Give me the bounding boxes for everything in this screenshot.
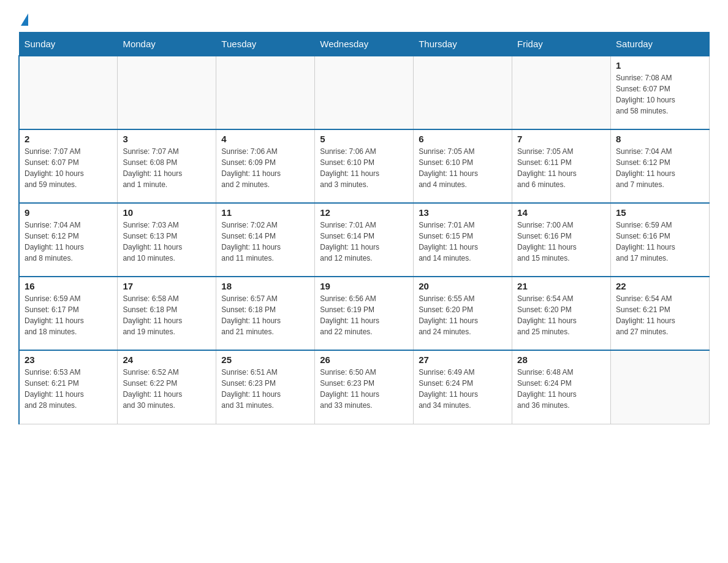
day-number: 2 [25, 134, 112, 144]
day-number: 25 [221, 354, 309, 365]
day-number: 10 [123, 207, 211, 218]
day-info: Sunrise: 7:05 AMSunset: 6:11 PMDaylight:… [517, 146, 605, 190]
calendar-day-cell: 13Sunrise: 7:01 AMSunset: 6:15 PMDayligh… [414, 203, 512, 277]
day-number: 8 [616, 134, 704, 144]
day-info: Sunrise: 7:00 AMSunset: 6:16 PMDaylight:… [517, 220, 605, 264]
day-info: Sunrise: 7:07 AMSunset: 6:07 PMDaylight:… [25, 146, 112, 190]
day-info: Sunrise: 7:06 AMSunset: 6:10 PMDaylight:… [320, 146, 408, 190]
day-info: Sunrise: 6:54 AMSunset: 6:21 PMDaylight:… [616, 293, 704, 337]
calendar-day-cell: 23Sunrise: 6:53 AMSunset: 6:21 PMDayligh… [19, 350, 118, 424]
day-info: Sunrise: 6:59 AMSunset: 6:16 PMDaylight:… [616, 220, 704, 264]
day-number: 3 [123, 134, 211, 144]
calendar-day-cell: 3Sunrise: 7:07 AMSunset: 6:08 PMDaylight… [118, 129, 216, 203]
day-number: 9 [25, 207, 112, 218]
calendar-week-row: 23Sunrise: 6:53 AMSunset: 6:21 PMDayligh… [19, 350, 710, 424]
calendar-header-row: SundayMondayTuesdayWednesdayThursdayFrid… [19, 33, 710, 56]
calendar-day-cell: 25Sunrise: 6:51 AMSunset: 6:23 PMDayligh… [216, 350, 315, 424]
day-number: 24 [123, 354, 211, 365]
calendar-day-cell: 27Sunrise: 6:49 AMSunset: 6:24 PMDayligh… [414, 350, 512, 424]
calendar-day-cell: 14Sunrise: 7:00 AMSunset: 6:16 PMDayligh… [512, 203, 611, 277]
day-number: 18 [221, 281, 309, 291]
day-info: Sunrise: 6:50 AMSunset: 6:23 PMDaylight:… [320, 367, 408, 411]
calendar-day-cell: 1Sunrise: 7:08 AMSunset: 6:07 PMDaylight… [611, 56, 710, 129]
day-number: 20 [419, 281, 507, 291]
day-info: Sunrise: 7:06 AMSunset: 6:09 PMDaylight:… [221, 146, 309, 190]
logo-triangle-icon [21, 13, 28, 26]
calendar-day-cell: 24Sunrise: 6:52 AMSunset: 6:22 PMDayligh… [118, 350, 216, 424]
calendar-day-cell: 17Sunrise: 6:58 AMSunset: 6:18 PMDayligh… [118, 277, 216, 350]
day-number: 11 [221, 207, 309, 218]
day-info: Sunrise: 6:52 AMSunset: 6:22 PMDaylight:… [123, 367, 211, 411]
calendar-day-cell: 21Sunrise: 6:54 AMSunset: 6:20 PMDayligh… [512, 277, 611, 350]
calendar-day-cell: 2Sunrise: 7:07 AMSunset: 6:07 PMDaylight… [19, 129, 118, 203]
day-info: Sunrise: 7:04 AMSunset: 6:12 PMDaylight:… [25, 220, 112, 264]
day-number: 13 [419, 207, 507, 218]
day-info: Sunrise: 6:49 AMSunset: 6:24 PMDaylight:… [419, 367, 507, 411]
day-info: Sunrise: 7:03 AMSunset: 6:13 PMDaylight:… [123, 220, 211, 264]
day-number: 12 [320, 207, 408, 218]
calendar-day-cell [414, 56, 512, 129]
calendar-day-cell: 12Sunrise: 7:01 AMSunset: 6:14 PMDayligh… [315, 203, 414, 277]
day-of-week-header: Monday [118, 33, 216, 56]
day-of-week-header: Thursday [414, 33, 512, 56]
calendar-day-cell: 18Sunrise: 6:57 AMSunset: 6:18 PMDayligh… [216, 277, 315, 350]
day-info: Sunrise: 6:57 AMSunset: 6:18 PMDaylight:… [221, 293, 309, 337]
calendar-day-cell: 8Sunrise: 7:04 AMSunset: 6:12 PMDaylight… [611, 129, 710, 203]
day-of-week-header: Tuesday [216, 33, 315, 56]
day-info: Sunrise: 6:53 AMSunset: 6:21 PMDaylight:… [25, 367, 112, 411]
day-info: Sunrise: 7:07 AMSunset: 6:08 PMDaylight:… [123, 146, 211, 190]
calendar-day-cell: 26Sunrise: 6:50 AMSunset: 6:23 PMDayligh… [315, 350, 414, 424]
calendar-day-cell: 22Sunrise: 6:54 AMSunset: 6:21 PMDayligh… [611, 277, 710, 350]
day-info: Sunrise: 6:58 AMSunset: 6:18 PMDaylight:… [123, 293, 211, 337]
day-of-week-header: Sunday [19, 33, 118, 56]
day-info: Sunrise: 6:59 AMSunset: 6:17 PMDaylight:… [25, 293, 112, 337]
calendar-day-cell [216, 56, 315, 129]
day-info: Sunrise: 6:54 AMSunset: 6:20 PMDaylight:… [517, 293, 605, 337]
day-number: 4 [221, 134, 309, 144]
calendar-week-row: 1Sunrise: 7:08 AMSunset: 6:07 PMDaylight… [19, 56, 710, 129]
calendar-day-cell: 5Sunrise: 7:06 AMSunset: 6:10 PMDaylight… [315, 129, 414, 203]
day-info: Sunrise: 6:48 AMSunset: 6:24 PMDaylight:… [517, 367, 605, 411]
calendar-week-row: 16Sunrise: 6:59 AMSunset: 6:17 PMDayligh… [19, 277, 710, 350]
logo [18, 12, 28, 26]
day-number: 22 [616, 281, 704, 291]
day-number: 23 [25, 354, 112, 365]
day-of-week-header: Saturday [611, 33, 710, 56]
day-info: Sunrise: 7:05 AMSunset: 6:10 PMDaylight:… [419, 146, 507, 190]
day-number: 15 [616, 207, 704, 218]
calendar-week-row: 9Sunrise: 7:04 AMSunset: 6:12 PMDaylight… [19, 203, 710, 277]
day-number: 1 [616, 60, 704, 71]
day-info: Sunrise: 6:55 AMSunset: 6:20 PMDaylight:… [419, 293, 507, 337]
calendar-day-cell: 11Sunrise: 7:02 AMSunset: 6:14 PMDayligh… [216, 203, 315, 277]
day-number: 16 [25, 281, 112, 291]
day-info: Sunrise: 7:01 AMSunset: 6:14 PMDaylight:… [320, 220, 408, 264]
day-number: 27 [419, 354, 507, 365]
calendar-day-cell: 16Sunrise: 6:59 AMSunset: 6:17 PMDayligh… [19, 277, 118, 350]
day-number: 14 [517, 207, 605, 218]
calendar-day-cell: 10Sunrise: 7:03 AMSunset: 6:13 PMDayligh… [118, 203, 216, 277]
day-info: Sunrise: 6:51 AMSunset: 6:23 PMDaylight:… [221, 367, 309, 411]
day-number: 5 [320, 134, 408, 144]
calendar-day-cell: 6Sunrise: 7:05 AMSunset: 6:10 PMDaylight… [414, 129, 512, 203]
day-number: 17 [123, 281, 211, 291]
page-header [18, 12, 710, 26]
calendar-day-cell [611, 350, 710, 424]
calendar-day-cell: 20Sunrise: 6:55 AMSunset: 6:20 PMDayligh… [414, 277, 512, 350]
day-info: Sunrise: 7:08 AMSunset: 6:07 PMDaylight:… [616, 72, 704, 117]
calendar-day-cell [118, 56, 216, 129]
calendar-week-row: 2Sunrise: 7:07 AMSunset: 6:07 PMDaylight… [19, 129, 710, 203]
calendar-day-cell: 15Sunrise: 6:59 AMSunset: 6:16 PMDayligh… [611, 203, 710, 277]
day-info: Sunrise: 7:04 AMSunset: 6:12 PMDaylight:… [616, 146, 704, 190]
day-number: 19 [320, 281, 408, 291]
day-of-week-header: Wednesday [315, 33, 414, 56]
calendar-table: SundayMondayTuesdayWednesdayThursdayFrid… [18, 32, 710, 424]
calendar-day-cell: 7Sunrise: 7:05 AMSunset: 6:11 PMDaylight… [512, 129, 611, 203]
day-info: Sunrise: 6:56 AMSunset: 6:19 PMDaylight:… [320, 293, 408, 337]
calendar-day-cell [315, 56, 414, 129]
calendar-day-cell: 4Sunrise: 7:06 AMSunset: 6:09 PMDaylight… [216, 129, 315, 203]
calendar-day-cell [19, 56, 118, 129]
day-number: 7 [517, 134, 605, 144]
day-number: 21 [517, 281, 605, 291]
calendar-day-cell: 19Sunrise: 6:56 AMSunset: 6:19 PMDayligh… [315, 277, 414, 350]
calendar-day-cell [512, 56, 611, 129]
